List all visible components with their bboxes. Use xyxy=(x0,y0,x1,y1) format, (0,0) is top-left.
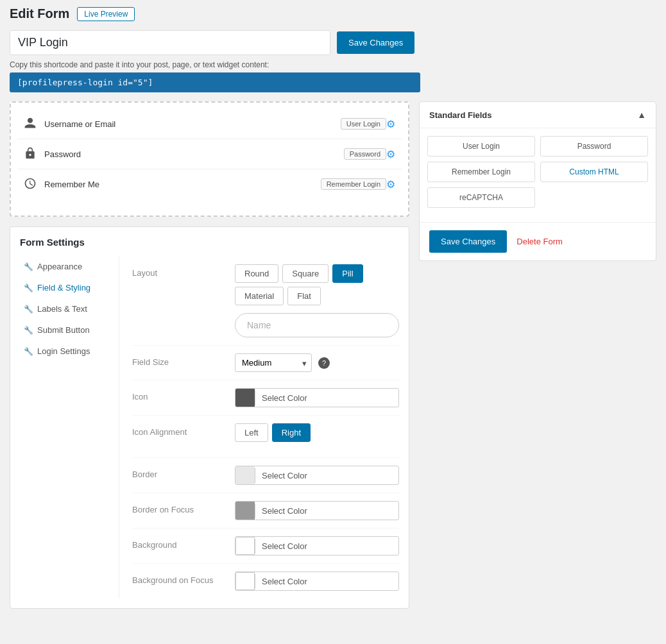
setting-row-background: Background Select Color xyxy=(132,529,399,564)
field-label-username: Username or Email xyxy=(44,119,336,129)
wrench-icon-labels: 🔧 xyxy=(24,305,33,314)
field-label-password: Password xyxy=(44,149,339,159)
field-gear-remember[interactable]: ⚙ xyxy=(386,178,395,191)
field-size-select-wrapper: Small Medium Large xyxy=(235,353,312,372)
border-focus-color-picker[interactable]: Select Color xyxy=(235,501,399,520)
sidebar-label-field-styling: Field & Styling xyxy=(37,283,90,292)
setting-control-layout: Round Square Pill Material Flat Name xyxy=(235,264,399,337)
setting-label-background-focus: Background on Focus xyxy=(132,572,235,585)
form-settings-panel: Form Settings 🔧 Appearance 🔧 Field & Sty… xyxy=(10,226,409,609)
sidebar-label-submit-button: Submit Button xyxy=(37,325,90,335)
sidebar-item-submit-button[interactable]: 🔧 Submit Button xyxy=(20,320,112,340)
sidebar-item-appearance[interactable]: 🔧 Appearance xyxy=(20,257,112,276)
standard-fields-panel: Standard Fields ▲ User Login Password Re… xyxy=(419,101,656,261)
icon-color-label: Select Color xyxy=(255,391,314,405)
setting-control-background-focus: Select Color xyxy=(235,572,399,591)
setting-row-background-focus: Background on Focus Select Color xyxy=(132,564,399,598)
setting-label-border: Border xyxy=(132,466,235,479)
std-field-btn-recaptcha[interactable]: reCAPTCHA xyxy=(427,187,535,208)
alignment-btn-group: Left Right xyxy=(235,423,399,442)
setting-control-background: Select Color xyxy=(235,536,399,555)
user-icon xyxy=(24,117,38,131)
form-preview: Username or Email User Login ⚙ Password … xyxy=(10,101,409,217)
border-color-picker[interactable]: Select Color xyxy=(235,466,399,485)
sidebar-item-login-settings[interactable]: 🔧 Login Settings xyxy=(20,341,112,361)
std-field-btn-remember[interactable]: Remember Login xyxy=(427,162,535,182)
delete-form-link[interactable]: Delete Form xyxy=(517,237,563,246)
setting-label-icon-alignment: Icon Alignment xyxy=(132,423,235,437)
field-row: Remember Me Remember Login ⚙ xyxy=(17,169,402,199)
setting-control-field-size: Small Medium Large ? xyxy=(235,353,399,372)
border-color-label: Select Color xyxy=(255,468,314,483)
setting-control-icon: Select Color xyxy=(235,388,399,407)
background-focus-color-swatch xyxy=(235,572,255,590)
field-label-remember: Remember Me xyxy=(44,180,316,189)
wrench-icon-submit: 🔧 xyxy=(24,326,33,335)
field-badge-userlogin: User Login xyxy=(341,118,386,130)
live-preview-button[interactable]: Live Preview xyxy=(77,7,135,21)
background-focus-color-label: Select Color xyxy=(255,574,314,589)
lock-icon xyxy=(24,147,38,161)
panel-collapse-arrow[interactable]: ▲ xyxy=(637,110,646,120)
settings-content: Layout Round Square Pill Material Flat N… xyxy=(119,257,399,598)
wrench-icon-appearance: 🔧 xyxy=(24,262,33,271)
background-focus-color-picker[interactable]: Select Color xyxy=(235,572,399,591)
shortcode-box[interactable]: [profilepress-login id="5"] xyxy=(10,72,420,92)
layout-btn-material[interactable]: Material xyxy=(235,287,284,305)
field-badge-password: Password xyxy=(344,148,386,160)
setting-label-field-size: Field Size xyxy=(132,353,235,367)
setting-label-icon: Icon xyxy=(132,388,235,402)
align-btn-right[interactable]: Right xyxy=(272,423,311,442)
layout-btn-round[interactable]: Round xyxy=(235,264,278,283)
panel-body-standard-fields: User Login Password Remember Login Custo… xyxy=(420,128,656,222)
field-row: Password Password ⚙ xyxy=(17,139,402,169)
field-gear-password[interactable]: ⚙ xyxy=(386,148,395,160)
field-size-help-icon[interactable]: ? xyxy=(318,357,330,369)
field-row: Username or Email User Login ⚙ xyxy=(17,109,402,139)
save-changes-button-panel[interactable]: Save Changes xyxy=(429,230,507,253)
align-btn-left[interactable]: Left xyxy=(235,423,268,442)
layout-btn-square[interactable]: Square xyxy=(282,264,329,283)
save-changes-button-top[interactable]: Save Changes xyxy=(337,31,414,54)
setting-control-icon-alignment: Left Right xyxy=(235,423,399,450)
background-color-swatch xyxy=(235,537,255,555)
std-field-btn-userlogin[interactable]: User Login xyxy=(427,136,535,157)
border-color-swatch xyxy=(235,466,255,484)
std-field-btn-password[interactable]: Password xyxy=(540,136,648,157)
field-size-select[interactable]: Small Medium Large xyxy=(235,353,312,372)
setting-row-border: Border Select Color xyxy=(132,458,399,493)
layout-btn-flat[interactable]: Flat xyxy=(287,287,321,305)
panel-header-standard-fields: Standard Fields ▲ xyxy=(420,102,656,128)
setting-label-background: Background xyxy=(132,536,235,550)
sidebar-item-field-styling[interactable]: 🔧 Field & Styling xyxy=(20,278,112,298)
setting-row-layout: Layout Round Square Pill Material Flat N… xyxy=(132,257,399,346)
icon-color-swatch xyxy=(235,389,255,407)
wrench-icon-fieldstyling: 🔧 xyxy=(24,284,33,292)
sidebar-label-labels-text: Labels & Text xyxy=(37,304,87,314)
page-title: Edit Form xyxy=(10,6,69,21)
border-focus-color-swatch xyxy=(235,502,255,520)
icon-color-picker[interactable]: Select Color xyxy=(235,388,399,407)
setting-row-border-focus: Border on Focus Select Color xyxy=(132,493,399,529)
panel-actions: Save Changes Delete Form xyxy=(420,222,656,260)
field-gear-username[interactable]: ⚙ xyxy=(386,118,395,130)
form-settings-title: Form Settings xyxy=(20,237,399,248)
setting-control-border-focus: Select Color xyxy=(235,501,399,520)
layout-btn-pill[interactable]: Pill xyxy=(332,264,363,283)
std-fields-grid: User Login Password Remember Login Custo… xyxy=(427,136,648,208)
setting-label-border-focus: Border on Focus xyxy=(132,501,235,514)
field-preview-pill: Name xyxy=(235,313,399,337)
shortcode-label: Copy this shortcode and paste it into yo… xyxy=(10,60,656,69)
sidebar-item-labels-text[interactable]: 🔧 Labels & Text xyxy=(20,299,112,319)
form-name-input[interactable] xyxy=(10,30,330,55)
std-field-btn-customhtml[interactable]: Custom HTML xyxy=(540,162,648,182)
background-color-label: Select Color xyxy=(255,539,314,554)
sidebar-label-login-settings: Login Settings xyxy=(37,346,90,356)
setting-control-border: Select Color xyxy=(235,466,399,485)
sidebar-label-appearance: Appearance xyxy=(37,262,82,271)
background-color-picker[interactable]: Select Color xyxy=(235,536,399,555)
clock-icon xyxy=(24,177,38,191)
layout-btn-group: Round Square Pill Material Flat xyxy=(235,264,399,305)
wrench-icon-login: 🔧 xyxy=(24,347,33,356)
setting-label-layout: Layout xyxy=(132,264,235,278)
